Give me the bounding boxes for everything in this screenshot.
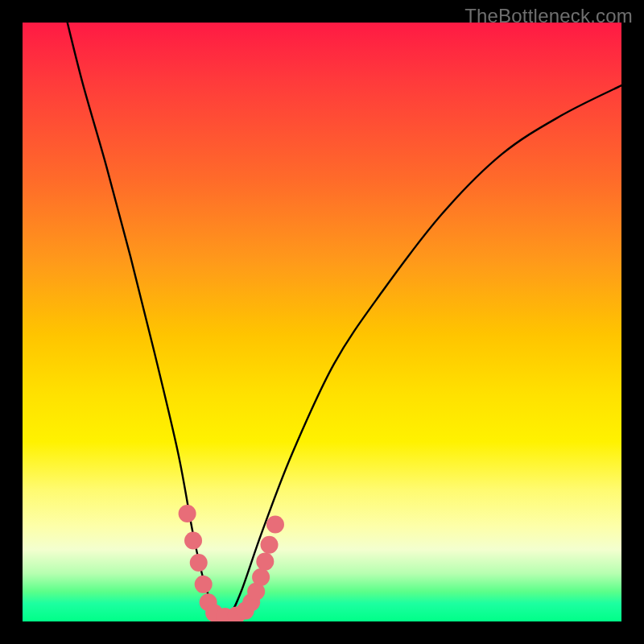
chart-frame: TheBottleneck.com <box>0 0 644 644</box>
data-marker <box>179 505 196 522</box>
data-marker <box>190 554 208 572</box>
bottleneck-chart-svg <box>23 23 621 621</box>
data-marker <box>266 515 284 533</box>
markers-group <box>179 505 284 621</box>
curve-group <box>64 23 621 619</box>
data-marker <box>195 576 213 593</box>
data-marker <box>184 532 202 550</box>
data-marker <box>261 536 279 554</box>
data-marker <box>252 568 270 586</box>
data-marker <box>256 553 274 571</box>
plot-area <box>23 23 621 621</box>
bottleneck-curve <box>64 23 621 619</box>
